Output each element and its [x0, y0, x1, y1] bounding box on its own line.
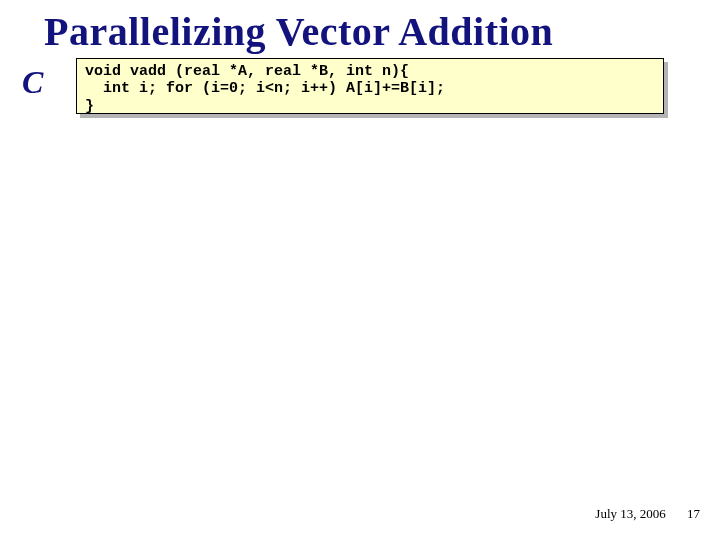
language-label: C: [22, 64, 43, 101]
footer-date: July 13, 2006: [595, 506, 665, 521]
slide-title: Parallelizing Vector Addition: [44, 8, 700, 55]
slide: Parallelizing Vector Addition C void vad…: [0, 0, 720, 540]
footer: July 13, 2006 17: [595, 506, 700, 522]
code-box: void vadd (real *A, real *B, int n){ int…: [76, 58, 664, 114]
footer-page-number: 17: [687, 506, 700, 521]
